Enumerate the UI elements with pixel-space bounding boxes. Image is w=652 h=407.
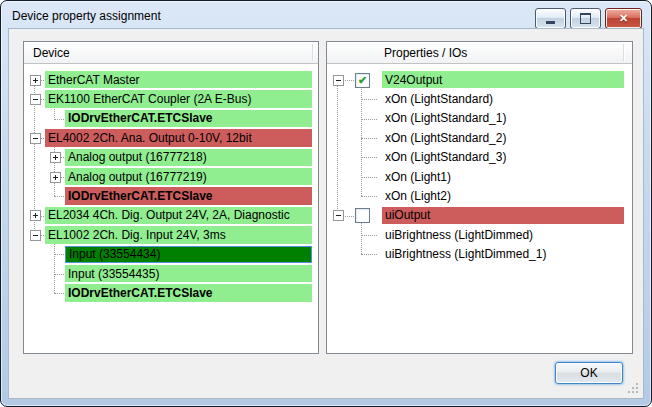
properties-tree-panel: Properties / IOs V24Output✔xOn (LightSta… <box>326 41 633 354</box>
dialog-window: Device property assignment ✕ Device Ethe… <box>0 0 652 407</box>
expand-icon[interactable] <box>30 210 41 221</box>
device-header-label: Device <box>33 46 70 60</box>
minimize-button[interactable] <box>535 8 566 29</box>
collapse-icon[interactable] <box>333 210 344 221</box>
collapse-icon[interactable] <box>30 230 41 241</box>
ok-button[interactable]: OK <box>555 362 623 384</box>
tree-row: EtherCAT Master <box>24 70 318 89</box>
close-icon: ✕ <box>619 12 628 25</box>
device-tree: EtherCAT MasterEK1100 EtherCAT Coupler (… <box>24 64 318 354</box>
window-title: Device property assignment <box>12 9 161 23</box>
resize-grip[interactable] <box>628 383 640 395</box>
tree-item-label[interactable]: Input (33554435) <box>65 265 312 282</box>
tree-guide-line <box>361 196 377 197</box>
tree-item-label[interactable]: IODrvEtherCAT.ETCSlave <box>65 284 312 301</box>
tree-row: EL4002 2Ch. Ana. Output 0-10V, 12bit <box>24 128 318 147</box>
tree-guide-line <box>54 143 55 196</box>
collapse-icon[interactable] <box>30 94 41 105</box>
tree-item-label[interactable]: Input (33554434) <box>65 246 312 263</box>
device-tree-panel: Device EtherCAT MasterEK1100 EtherCAT Co… <box>23 41 319 354</box>
assignment-checkbox[interactable]: ✔ <box>355 73 370 88</box>
tree-item-label[interactable]: uiOutput <box>382 207 624 224</box>
tree-item-label[interactable]: V24Output <box>382 71 624 88</box>
tree-item-label[interactable]: uiBrightness (LightDimmed_1) <box>382 246 624 263</box>
tree-row: EK1100 EtherCAT Coupler (2A E-Bus) <box>24 89 318 108</box>
tree-item-label[interactable]: EL4002 2Ch. Ana. Output 0-10V, 12bit <box>45 129 312 146</box>
tree-guide-line <box>361 85 362 196</box>
tree-guide-line <box>361 157 377 158</box>
close-button[interactable]: ✕ <box>605 8 642 29</box>
tree-guide-line <box>361 254 377 255</box>
expand-icon[interactable] <box>30 75 41 86</box>
tree-item-label[interactable]: IODrvEtherCAT.ETCSlave <box>65 110 312 127</box>
tree-guide-line <box>361 99 377 100</box>
tree-row: IODrvEtherCAT.ETCSlave <box>24 186 318 205</box>
collapse-icon[interactable] <box>333 75 344 86</box>
properties-column-header: Properties / IOs <box>327 42 632 64</box>
device-column-header: Device <box>24 42 318 64</box>
column-separator <box>312 44 314 61</box>
tree-row: Input (33554434) <box>24 245 318 264</box>
maximize-button[interactable] <box>570 8 601 29</box>
tree-item-label[interactable]: xOn (LightStandard) <box>382 90 624 107</box>
titlebar[interactable]: Device property assignment ✕ <box>1 1 651 29</box>
tree-item-label[interactable]: uiBrightness (LightDimmed) <box>382 226 624 243</box>
tree-item-label[interactable]: xOn (Light2) <box>382 187 624 204</box>
tree-item-label[interactable]: xOn (LightStandard_1) <box>382 110 624 127</box>
tree-row: EL1002 2Ch. Dig. Input 24V, 3ms <box>24 225 318 244</box>
tree-guide-line <box>361 235 377 236</box>
tree-item-label[interactable]: EL2034 4Ch. Dig. Output 24V, 2A, Diagnos… <box>45 207 312 224</box>
dialog-client-area: Device EtherCAT MasterEK1100 EtherCAT Co… <box>9 29 643 398</box>
tree-guide-line <box>361 138 377 139</box>
properties-tree: V24Output✔xOn (LightStandard)xOn (LightS… <box>327 64 632 354</box>
tree-guide-line <box>361 221 362 255</box>
tree-item-label[interactable]: Analog output (16777219) <box>65 168 312 185</box>
tree-row: EL2034 4Ch. Dig. Output 24V, 2A, Diagnos… <box>24 206 318 225</box>
tree-row: IODrvEtherCAT.ETCSlave <box>24 109 318 128</box>
tree-row: Analog output (16777218) <box>24 148 318 167</box>
tree-guide-line <box>361 177 377 178</box>
tree-item-label[interactable]: IODrvEtherCAT.ETCSlave <box>65 187 312 204</box>
tree-item-label[interactable]: EK1100 EtherCAT Coupler (2A E-Bus) <box>45 90 312 107</box>
column-separator <box>623 44 625 61</box>
tree-guide-line <box>54 240 55 293</box>
maximize-icon <box>580 13 591 24</box>
tree-guide-line <box>337 80 338 216</box>
titlebar-buttons: ✕ <box>535 8 642 29</box>
tree-guide-line <box>361 119 377 120</box>
expand-icon[interactable] <box>50 172 61 183</box>
tree-row: IODrvEtherCAT.ETCSlave <box>24 283 318 302</box>
minimize-icon <box>546 21 555 24</box>
assignment-checkbox[interactable] <box>355 208 370 223</box>
tree-item-label[interactable]: EtherCAT Master <box>45 71 312 88</box>
tree-row: Input (33554435) <box>24 264 318 283</box>
expand-icon[interactable] <box>50 152 61 163</box>
collapse-icon[interactable] <box>30 133 41 144</box>
properties-header-label: Properties / IOs <box>384 46 467 60</box>
tree-row: Analog output (16777219) <box>24 167 318 186</box>
tree-item-label[interactable]: EL1002 2Ch. Dig. Input 24V, 3ms <box>45 226 312 243</box>
tree-item-label[interactable]: Analog output (16777218) <box>65 149 312 166</box>
tree-row: V24Output✔ <box>327 70 632 89</box>
tree-item-label[interactable]: xOn (LightStandard_3) <box>382 149 624 166</box>
tree-row: uiOutput <box>327 206 632 225</box>
tree-item-label[interactable]: xOn (LightStandard_2) <box>382 129 624 146</box>
tree-item-label[interactable]: xOn (Light1) <box>382 168 624 185</box>
